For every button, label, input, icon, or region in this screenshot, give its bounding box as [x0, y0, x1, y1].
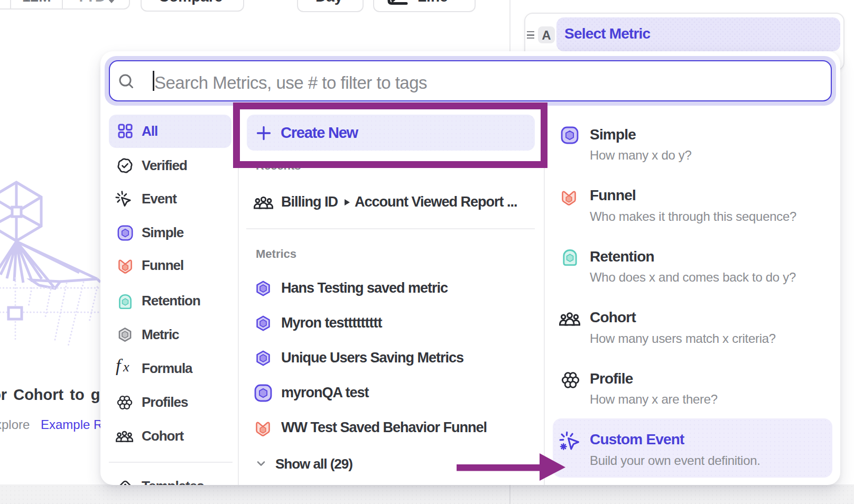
svg-text:f: f: [116, 358, 123, 375]
svg-text:x: x: [123, 359, 129, 375]
